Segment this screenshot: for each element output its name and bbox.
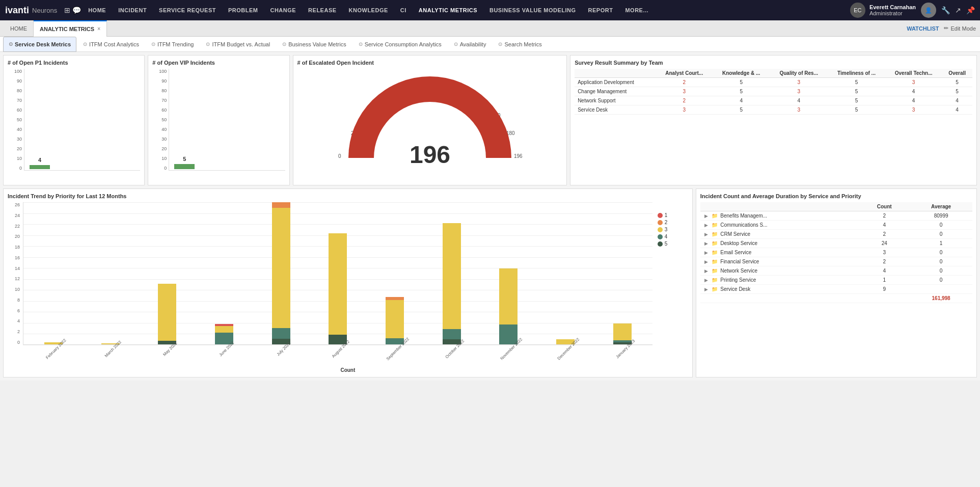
legend-dot: [658, 241, 663, 247]
atab-itfm-budget[interactable]: ⊙ ITFM Budget vs. Actual: [200, 37, 276, 52]
edit-mode-button[interactable]: ✏ Edit Mode: [944, 25, 976, 32]
nav-icon-grid[interactable]: ⊞: [64, 6, 70, 14]
survey-analyst: 2: [656, 78, 713, 87]
expand-icon[interactable]: ▶: [704, 241, 708, 246]
legend-item: 2: [658, 220, 688, 225]
expand-icon[interactable]: ▶: [704, 268, 708, 274]
nav-knowledge[interactable]: KNOWLEDGE: [344, 0, 393, 20]
chart-area: [23, 202, 652, 345]
inc-count: 9: [859, 285, 910, 294]
top-nav: ivanti Neurons ⊞ 💬 HOME INCIDENT SERVICE…: [0, 0, 980, 20]
expand-icon[interactable]: ▶: [704, 232, 708, 237]
inc-table-row: ▶ 📁 Network Service 4 0: [700, 266, 972, 276]
inc-table-row: ▶ 📁 Printing Service 1 0: [700, 276, 972, 285]
inc-service: [700, 294, 859, 303]
tab-analytic-metrics[interactable]: ANALYTIC METRICS ×: [34, 20, 107, 37]
legend-dot: [658, 213, 663, 218]
tab-home[interactable]: HOME: [4, 20, 34, 37]
inc-service: ▶ 📁 Financial Service: [700, 257, 859, 266]
inc-count: [859, 294, 910, 303]
nav-service-request[interactable]: SERVICE REQUEST: [154, 0, 221, 20]
p1-incidents-card: # of Open P1 Incidents 100 90 80 70 60 5…: [3, 55, 145, 185]
atab-business-value[interactable]: ⊙ Business Value Metrics: [277, 37, 352, 52]
nav-release[interactable]: RELEASE: [303, 0, 341, 20]
survey-overall: 4: [942, 96, 972, 105]
nav-business-value[interactable]: BUSINESS VALUE MODELING: [484, 0, 581, 20]
bar-group: [86, 202, 135, 344]
nav-report[interactable]: REPORT: [583, 0, 618, 20]
bar-group: [540, 202, 590, 344]
inc-service: ▶ 📁 Email Service: [700, 248, 859, 257]
p1-title: # of Open P1 Incidents: [8, 60, 140, 66]
survey-knowledge: 5: [713, 87, 770, 96]
survey-quality: 4: [770, 96, 828, 105]
nav-problem[interactable]: PROBLEM: [223, 0, 263, 20]
atab-icon-service-consumption: ⊙: [359, 41, 363, 47]
atab-itfm-cost[interactable]: ⊙ ITFM Cost Analytics: [77, 37, 145, 52]
inc-count: 4: [859, 266, 910, 276]
pin-icon[interactable]: 📌: [966, 6, 975, 14]
folder-icon: 📁: [712, 222, 718, 228]
atab-service-desk[interactable]: ⊙ Service Desk Metrics: [3, 37, 76, 52]
survey-card: Survey Result Summary by Team Analyst Co…: [570, 55, 977, 185]
user-details: Everett Carnahan Administrator: [869, 4, 916, 16]
atab-itfm-trending[interactable]: ⊙ ITFM Trending: [146, 37, 200, 52]
survey-timeliness: 5: [828, 96, 885, 105]
folder-icon: 📁: [712, 250, 718, 255]
atab-availability[interactable]: ⊙ Availability: [448, 37, 492, 52]
nav-change[interactable]: CHANGE: [265, 0, 301, 20]
nav-incident[interactable]: INCIDENT: [113, 0, 152, 20]
expand-icon[interactable]: ▶: [704, 223, 708, 228]
nav-icon-chat[interactable]: 💬: [72, 6, 81, 14]
atab-service-consumption[interactable]: ⊙ Service Consumption Analytics: [353, 37, 447, 52]
survey-timeliness: 5: [828, 87, 885, 96]
inc-count: 24: [859, 239, 910, 248]
inc-table-row: ▶ 📁 Service Desk 9: [700, 285, 972, 294]
vip-incidents-card: # of Open VIP Incidents 100 90 80 70 60 …: [148, 55, 289, 185]
inc-table-row: ▶ 📁 Benefits Managem... 2 80999: [700, 211, 972, 221]
incident-count-title: Incident Count and Average Duration by S…: [700, 193, 972, 199]
atab-icon-itfm-trending: ⊙: [151, 41, 155, 47]
user-name: Everett Carnahan: [869, 4, 916, 10]
atab-search-metrics[interactable]: ⊙ Search Metrics: [493, 37, 547, 52]
tab-bar: HOME ANALYTIC METRICS × WATCHLIST ✏ Edit…: [0, 20, 980, 37]
bar-group: [142, 202, 192, 344]
inc-service: ▶ 📁 Communications S...: [700, 221, 859, 230]
expand-icon[interactable]: ▶: [704, 278, 708, 283]
survey-col-knowledge: Knowledge & ...: [713, 69, 770, 78]
user-info: EC Everett Carnahan Administrator: [850, 3, 916, 18]
close-tab-icon[interactable]: ×: [97, 26, 100, 32]
escalated-title: # of Escalated Open Incident: [297, 60, 563, 66]
inc-service: ▶ 📁 CRM Service: [700, 230, 859, 239]
nav-more[interactable]: MORE...: [620, 0, 654, 20]
survey-overall: 4: [942, 105, 972, 115]
inc-table-row: ▶ 📁 Desktop Service 24 1: [700, 239, 972, 248]
survey-overall: 5: [942, 78, 972, 87]
nav-ci[interactable]: CI: [395, 0, 412, 20]
inc-average: 0: [910, 276, 972, 285]
svg-text:0: 0: [338, 153, 341, 159]
expand-icon[interactable]: ▶: [704, 287, 708, 292]
expand-icon[interactable]: ▶: [704, 259, 708, 264]
export-icon[interactable]: ↗: [955, 6, 961, 14]
expand-icon[interactable]: ▶: [704, 213, 708, 219]
inc-average: 1: [910, 239, 972, 248]
expand-icon[interactable]: ▶: [704, 250, 708, 255]
atab-icon-service-desk: ⊙: [9, 41, 13, 47]
inc-average: 0: [910, 257, 972, 266]
survey-team: Application Development: [575, 78, 656, 87]
bar-group: [313, 202, 363, 344]
bar-group: [370, 202, 420, 344]
settings-icon[interactable]: 🔧: [941, 6, 950, 14]
inc-count: 2: [859, 257, 910, 266]
nav-analytic-metrics[interactable]: ANALYTIC METRICS: [414, 0, 482, 20]
user-role: Administrator: [869, 10, 916, 16]
bar-group: [29, 202, 78, 344]
avatar-circle[interactable]: 👤: [921, 3, 936, 18]
inc-table-row: ▶ 📁 CRM Service 2 0: [700, 230, 972, 239]
nav-home[interactable]: HOME: [83, 0, 111, 20]
watchlist-button[interactable]: WATCHLIST: [907, 25, 939, 32]
inc-average: [910, 285, 972, 294]
bar-group: [256, 202, 306, 344]
survey-col-analyst: Analyst Court...: [656, 69, 713, 78]
